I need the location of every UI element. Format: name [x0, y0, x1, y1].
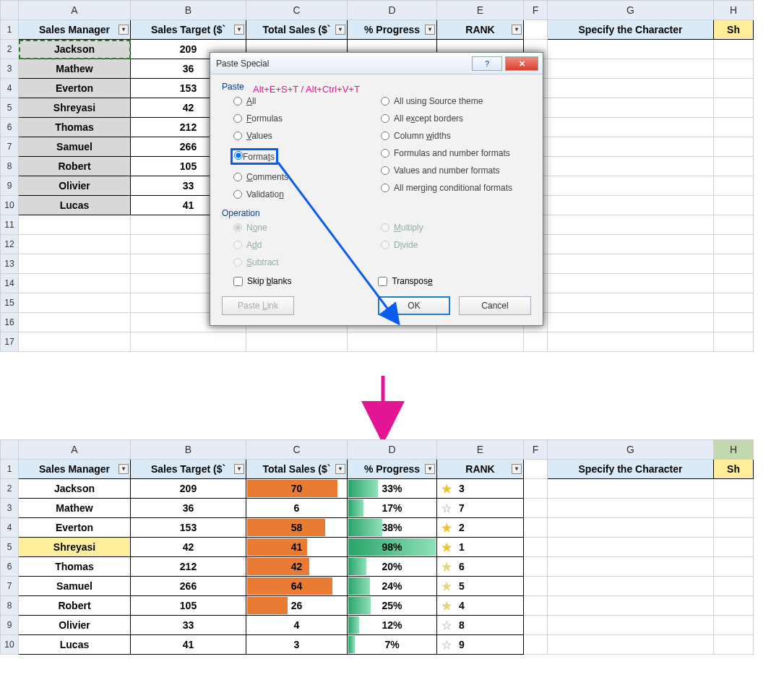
progress-cell[interactable]: 24%: [348, 577, 437, 596]
row-header[interactable]: 3: [1, 59, 19, 79]
rank-cell[interactable]: ★4: [437, 596, 524, 616]
row-header[interactable]: 15: [1, 293, 19, 313]
total-cell[interactable]: 70: [246, 479, 348, 499]
column-header-H[interactable]: H: [714, 440, 754, 460]
radio-all[interactable]: All: [233, 96, 374, 106]
rank-cell[interactable]: ☆8: [437, 616, 524, 635]
row-header[interactable]: 9: [1, 616, 19, 635]
total-cell[interactable]: 26: [246, 596, 348, 616]
manager-cell[interactable]: Samuel: [19, 577, 131, 596]
filter-dropdown-icon[interactable]: ▾: [234, 25, 244, 35]
manager-cell[interactable]: Thomas: [19, 118, 131, 137]
cell[interactable]: [19, 215, 131, 235]
row-header[interactable]: 7: [1, 137, 19, 157]
cell[interactable]: [524, 332, 548, 352]
cell[interactable]: [548, 215, 714, 235]
radio-formulas-and-number-formats[interactable]: Formulas and number formats: [381, 148, 531, 158]
manager-cell[interactable]: Robert: [19, 596, 131, 616]
cell[interactable]: [548, 596, 714, 616]
row-header[interactable]: 9: [1, 176, 19, 196]
column-header-G[interactable]: G: [548, 1, 714, 20]
manager-cell[interactable]: Jackson: [19, 40, 131, 59]
radio-icon[interactable]: [233, 97, 242, 106]
cell[interactable]: [714, 137, 754, 157]
total-cell[interactable]: 64: [246, 577, 348, 596]
column-header-A[interactable]: A: [19, 440, 131, 460]
radio-icon[interactable]: [233, 190, 242, 199]
cell[interactable]: [548, 40, 714, 59]
table-header[interactable]: RANK▾: [437, 20, 524, 40]
cell[interactable]: [524, 518, 548, 538]
row-header[interactable]: 16: [1, 313, 19, 332]
skip-blanks-checkbox[interactable]: Skip blanks: [233, 276, 291, 286]
radio-all-using-source-theme[interactable]: All using Source theme: [381, 96, 531, 106]
rank-cell[interactable]: ★2: [437, 518, 524, 538]
radio-icon[interactable]: [381, 149, 389, 158]
target-cell[interactable]: 266: [131, 577, 246, 596]
table-header[interactable]: Specify the Character: [548, 20, 714, 40]
manager-cell[interactable]: Mathew: [19, 59, 131, 79]
cell[interactable]: [548, 499, 714, 518]
cell[interactable]: [437, 332, 524, 352]
row-header[interactable]: 4: [1, 518, 19, 538]
filter-dropdown-icon[interactable]: ▾: [119, 464, 129, 474]
cell[interactable]: [19, 235, 131, 254]
cell[interactable]: [524, 577, 548, 596]
filter-dropdown-icon[interactable]: ▾: [234, 464, 244, 474]
cell[interactable]: [548, 196, 714, 215]
rank-cell[interactable]: ★1: [437, 538, 524, 557]
character-value-cell[interactable]: Sh: [714, 20, 754, 40]
target-cell[interactable]: 42: [131, 538, 246, 557]
radio-comments[interactable]: Comments: [233, 172, 374, 182]
cell[interactable]: [714, 254, 754, 274]
total-cell[interactable]: 4: [246, 616, 348, 635]
cell[interactable]: [714, 577, 754, 596]
cell[interactable]: [19, 332, 131, 352]
cell[interactable]: [524, 557, 548, 577]
table-header[interactable]: Sales Manager▾: [19, 20, 131, 40]
rank-cell[interactable]: ★3: [437, 479, 524, 499]
cell[interactable]: [714, 118, 754, 137]
row-header[interactable]: 10: [1, 635, 19, 655]
cell[interactable]: [548, 479, 714, 499]
total-cell[interactable]: 6: [246, 499, 348, 518]
cell[interactable]: [548, 518, 714, 538]
cell[interactable]: [348, 332, 437, 352]
cell[interactable]: [548, 616, 714, 635]
radio-icon[interactable]: [381, 97, 389, 106]
progress-cell[interactable]: 12%: [348, 616, 437, 635]
total-cell[interactable]: 58: [246, 518, 348, 538]
radio-column-widths[interactable]: Column widths: [381, 131, 531, 141]
row-header[interactable]: 2: [1, 40, 19, 59]
transpose-checkbox[interactable]: Transpose: [378, 276, 432, 286]
table-header[interactable]: % Progress▾: [348, 20, 437, 40]
progress-cell[interactable]: 38%: [348, 518, 437, 538]
cell[interactable]: [548, 577, 714, 596]
cell[interactable]: [548, 98, 714, 118]
cell[interactable]: [548, 332, 714, 352]
radio-formats[interactable]: Formats: [233, 148, 374, 165]
table-header[interactable]: Sales Manager▾: [19, 460, 131, 479]
progress-cell[interactable]: 33%: [348, 479, 437, 499]
column-header-E[interactable]: E: [437, 1, 524, 20]
cell[interactable]: [524, 479, 548, 499]
cell[interactable]: [524, 20, 548, 40]
manager-cell[interactable]: Robert: [19, 157, 131, 176]
table-header[interactable]: Total Sales ($`▾: [246, 20, 348, 40]
dialog-help-button[interactable]: ?: [472, 56, 502, 71]
select-all-corner[interactable]: [1, 440, 19, 460]
cell[interactable]: [19, 274, 131, 293]
manager-cell[interactable]: Everton: [19, 79, 131, 98]
rank-cell[interactable]: ☆7: [437, 499, 524, 518]
select-all-corner[interactable]: [1, 1, 19, 20]
radio-icon[interactable]: [233, 173, 242, 181]
column-header-C[interactable]: C: [246, 440, 348, 460]
cell[interactable]: [714, 215, 754, 235]
cell[interactable]: [714, 479, 754, 499]
column-header-D[interactable]: D: [348, 1, 437, 20]
cell[interactable]: [524, 635, 548, 655]
radio-icon[interactable]: [234, 151, 243, 160]
ok-button[interactable]: OK: [378, 296, 450, 315]
radio-icon[interactable]: [233, 132, 242, 140]
cell[interactable]: [714, 235, 754, 254]
